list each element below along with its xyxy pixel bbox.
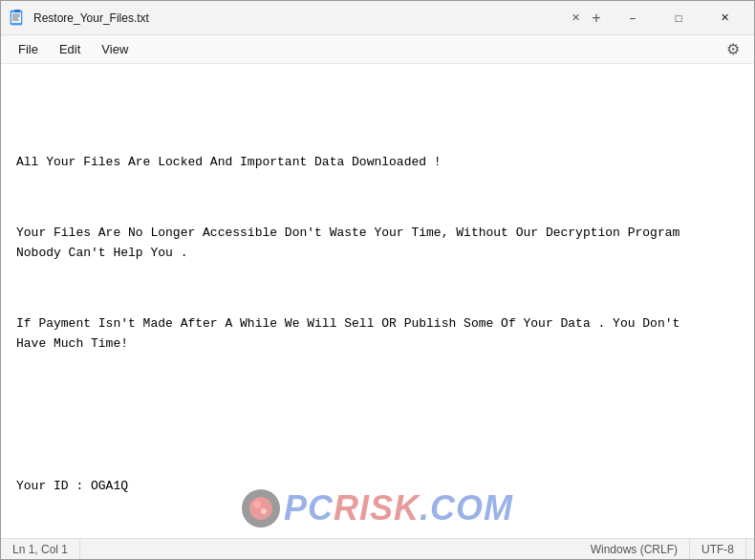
menu-bar: File Edit View ⚙ [1, 35, 754, 64]
line-1: All Your Files Are Locked And Important … [16, 153, 739, 173]
line-2: Your Files Are No Longer Accessible Don'… [16, 224, 739, 264]
status-position: Ln 1, Col 1 [9, 539, 80, 559]
menu-file[interactable]: File [9, 38, 48, 60]
line-blank-1 [16, 405, 739, 425]
line-3: If Payment Isn't Made After A While We W… [16, 314, 739, 355]
content-area: All Your Files Are Locked And Important … [1, 64, 754, 538]
settings-icon[interactable]: ⚙ [720, 36, 746, 63]
window-title: Restore_Your_Files.txt [33, 11, 570, 25]
notepad-icon [9, 10, 26, 27]
status-bar: Ln 1, Col 1 Windows (CRLF) UTF-8 [1, 538, 754, 559]
minimize-button[interactable]: − [611, 3, 655, 33]
new-tab-button[interactable]: + [582, 5, 611, 32]
title-bar: Restore_Your_Files.txt ✕ + − □ ✕ [1, 1, 754, 35]
tab-close-icon[interactable]: ✕ [570, 11, 582, 24]
status-encoding: Windows (CRLF) [579, 539, 690, 559]
line-id: Your ID : OGA1Q [16, 477, 739, 497]
window-controls: − □ ✕ [611, 3, 746, 33]
file-content: All Your Files Are Locked And Important … [16, 113, 739, 538]
main-window: Restore_Your_Files.txt ✕ + − □ ✕ File Ed… [0, 0, 755, 560]
menu-view[interactable]: View [92, 38, 138, 60]
menu-edit[interactable]: Edit [50, 38, 90, 60]
close-button[interactable]: ✕ [702, 3, 746, 33]
svg-rect-6 [14, 10, 20, 12]
status-charset: UTF-8 [690, 539, 746, 559]
text-editor[interactable]: All Your Files Are Locked And Important … [1, 64, 754, 538]
maximize-button[interactable]: □ [657, 3, 701, 33]
